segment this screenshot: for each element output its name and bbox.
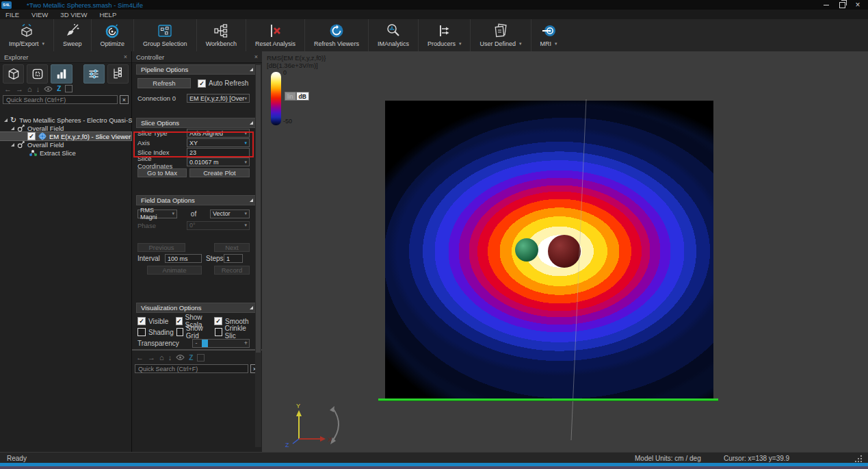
model-view-button[interactable] xyxy=(3,64,24,84)
section-pipeline-options[interactable]: Pipeline Options xyxy=(136,64,258,75)
producers-pipe-icon xyxy=(436,23,453,39)
expander-icon[interactable] xyxy=(11,143,14,147)
toolbar-imanalytics[interactable]: IMAnalytics xyxy=(369,19,419,51)
maroon-sphere xyxy=(548,235,581,268)
hierarchy-view-button[interactable] xyxy=(107,64,129,84)
toolbar-sweep[interactable]: Sweep xyxy=(54,19,92,51)
tree-item-slice-viewer[interactable]: ✓ EM E(x,y,z,f0) - Slice Viewer xyxy=(0,132,131,140)
toolbar-reset-analysis[interactable]: Reset Analysis xyxy=(246,19,305,51)
connection-dropdown[interactable]: EM E(x,y,z,f0) [Over ▾ xyxy=(187,94,250,103)
toolbar-workbench[interactable]: Workbench xyxy=(197,19,246,51)
eye-icon[interactable] xyxy=(44,86,53,92)
annotation-highlight-rectangle xyxy=(133,131,254,157)
section-visualization-options[interactable]: Visualization Options xyxy=(136,303,258,313)
back-arrow-icon[interactable]: ← xyxy=(4,85,12,93)
expander-icon[interactable] xyxy=(4,118,8,122)
interval-input[interactable]: 100 ms xyxy=(165,254,202,263)
eye-icon[interactable] xyxy=(176,354,185,361)
close-icon[interactable]: × xyxy=(124,53,127,60)
home-icon[interactable]: ⌂ xyxy=(27,85,32,93)
menu-help[interactable]: HELP xyxy=(94,11,122,18)
bottom-edge-strip xyxy=(0,466,868,469)
expander-icon[interactable] xyxy=(11,127,14,130)
linear-scale-button[interactable]: lin xyxy=(285,92,296,101)
visible-label: Visible xyxy=(148,318,168,325)
slice-coordinates-dropdown[interactable]: 0.01067 m ▾ xyxy=(187,157,250,166)
refresh-button[interactable]: Refresh xyxy=(137,78,191,88)
cube-icon xyxy=(7,67,21,81)
z-lock-icon[interactable]: Z xyxy=(57,85,61,92)
clear-search-icon[interactable]: × xyxy=(120,95,129,104)
resize-grip-icon[interactable] xyxy=(854,454,863,463)
forward-arrow-icon[interactable]: → xyxy=(148,353,155,362)
tree-item-extract-slice[interactable]: Extract Slice xyxy=(0,149,131,157)
tree-item-simulation[interactable]: ↻ Two Metallic Spheres - Electro Quasi-S… xyxy=(0,116,131,124)
show-grid-checkbox[interactable] xyxy=(176,328,183,336)
toolbar-refresh-viewers[interactable]: Refresh Viewers xyxy=(305,19,369,51)
selection-box-icon[interactable] xyxy=(65,85,73,92)
home-icon[interactable]: ⌂ xyxy=(159,353,164,362)
simulation-icon xyxy=(31,67,44,81)
close-icon[interactable]: × xyxy=(254,53,258,60)
menu-view[interactable]: VIEW xyxy=(26,11,53,18)
menu-file[interactable]: FILE xyxy=(0,11,25,18)
previous-button: Previous xyxy=(137,243,185,252)
shading-checkbox[interactable] xyxy=(137,328,146,336)
orientation-triad: Y X Z xyxy=(277,402,345,447)
chevron-down-icon[interactable]: ▾ xyxy=(519,41,522,47)
toolbar-label: Workbench xyxy=(206,40,237,47)
quantity-dropdown[interactable]: RMS Magni ▾ xyxy=(137,210,177,218)
explorer-search-input[interactable] xyxy=(3,95,118,104)
status-cursor-position: Cursor: x=138 y=39.9 xyxy=(724,455,789,462)
menu-3d-view[interactable]: 3D VIEW xyxy=(55,11,92,18)
close-button[interactable]: × xyxy=(853,1,863,9)
legend-line-2: [dB(1.36e+3V/m)] xyxy=(267,62,326,69)
section-slice-options[interactable]: Slice Options xyxy=(136,118,258,128)
tree-item-overall-field-1[interactable]: Overall Field xyxy=(0,124,131,132)
goto-max-button[interactable]: Go to Max xyxy=(137,168,187,177)
properties-view-button[interactable] xyxy=(83,64,105,84)
db-scale-button[interactable]: dB xyxy=(296,92,309,101)
slice-plane[interactable] xyxy=(385,101,713,401)
create-plot-button[interactable]: Create Plot xyxy=(189,168,250,177)
vector-dropdown[interactable]: Vector ▾ xyxy=(210,210,250,218)
auto-refresh-checkbox[interactable]: ✓ xyxy=(198,79,206,88)
toolbar-optimize[interactable]: Optimize xyxy=(92,19,135,51)
chevron-down-icon[interactable]: ▾ xyxy=(555,41,557,47)
simulation-view-button[interactable] xyxy=(27,64,48,84)
toolbar-user-defined[interactable]: User Defined▾ xyxy=(471,19,531,51)
controller-scrollbar[interactable] xyxy=(255,64,261,447)
selection-box-icon[interactable] xyxy=(197,354,205,362)
toolbar-producers[interactable]: Producers▾ xyxy=(419,19,471,51)
controller-search-input[interactable] xyxy=(135,364,248,373)
z-lock-icon[interactable]: Z xyxy=(189,354,193,362)
panel-splitter[interactable] xyxy=(132,349,262,351)
back-arrow-icon[interactable]: ← xyxy=(136,353,144,362)
transparency-minus-button[interactable]: - xyxy=(193,340,200,346)
restore-button[interactable] xyxy=(837,1,847,9)
down-arrow-icon[interactable]: ↓ xyxy=(168,353,172,362)
section-field-data-options[interactable]: Field Data Options xyxy=(136,195,258,205)
down-arrow-icon[interactable]: ↓ xyxy=(36,85,40,93)
visible-checkbox[interactable]: ✓ xyxy=(137,317,146,325)
transparency-plus-button[interactable]: + xyxy=(242,340,249,346)
crinkle-slice-checkbox[interactable] xyxy=(215,328,222,336)
simulation-refresh-icon: ↻ xyxy=(10,116,16,125)
toolbar-mri[interactable]: MRI▾ xyxy=(531,19,566,51)
analysis-view-button[interactable] xyxy=(51,64,72,84)
toolbar-imp-export[interactable]: Imp/Export▾ xyxy=(0,19,54,51)
viewport-3d[interactable]: RMS{EM E(x,y,z,f0)} [dB(1.36e+3V/m)] 0 -… xyxy=(262,51,868,452)
minimize-button[interactable] xyxy=(821,1,831,9)
chevron-down-icon[interactable]: ▾ xyxy=(459,41,462,47)
transparency-slider[interactable]: - + xyxy=(192,339,250,348)
status-ready: Ready xyxy=(7,455,27,462)
explorer-tree: ↻ Two Metallic Spheres - Electro Quasi-S… xyxy=(0,116,131,157)
toolbar-group-selection[interactable]: Group Selection xyxy=(134,19,197,51)
steps-input[interactable]: 1 xyxy=(224,254,243,263)
tree-item-overall-field-2[interactable]: Overall Field xyxy=(0,140,131,149)
transparency-slider-handle[interactable] xyxy=(202,340,208,347)
forward-arrow-icon[interactable]: → xyxy=(16,85,23,93)
chevron-down-icon[interactable]: ▾ xyxy=(42,41,45,47)
visibility-checkbox[interactable]: ✓ xyxy=(27,132,36,140)
controller-panel: Controller × Pipeline Options Refresh ✓ … xyxy=(132,51,263,452)
